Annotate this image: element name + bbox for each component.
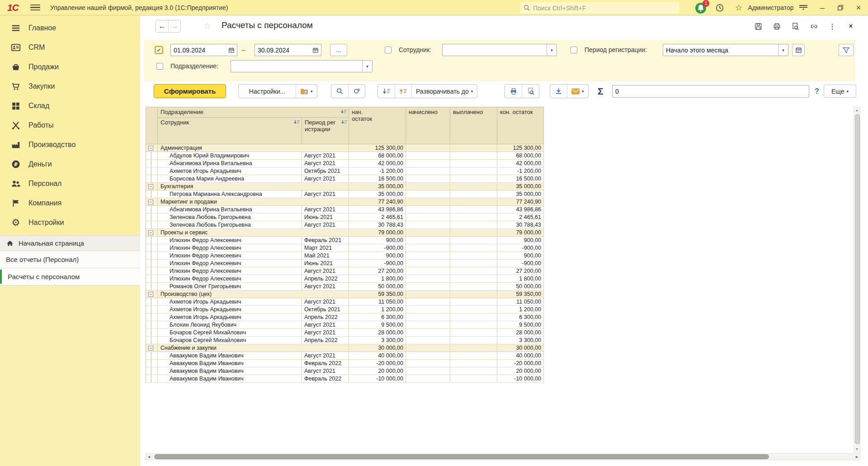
collapse-minus-icon[interactable]: − (148, 184, 153, 189)
group-accrued-cell[interactable] (406, 344, 450, 352)
accrued-cell[interactable] (406, 214, 450, 221)
employee-cell[interactable]: Зеленова Любовь Григорьевна (158, 221, 302, 229)
table-row[interactable]: Зеленова Любовь ГригорьевнаИюнь 20212 46… (146, 214, 544, 221)
reg-period-checkbox[interactable] (571, 47, 577, 53)
end-balance-cell[interactable]: 27 200,00 (497, 267, 544, 275)
save-result-button[interactable] (550, 85, 567, 98)
table-row[interactable]: Аввакумов Вадим ИвановичАвгуст 202140 00… (146, 352, 544, 360)
tree-line-cell[interactable] (146, 337, 158, 344)
group-accrued-cell[interactable] (406, 290, 450, 298)
table-row[interactable]: Илюхин Федор АлексеевичФевраль 2021900,0… (146, 237, 544, 244)
collapse-minus-icon[interactable]: − (148, 230, 153, 235)
main-menu-icon[interactable] (30, 5, 40, 10)
paid-cell[interactable] (450, 367, 497, 375)
paid-cell[interactable] (450, 152, 497, 160)
end-balance-cell[interactable]: 900,00 (497, 237, 544, 244)
paid-cell[interactable] (450, 283, 497, 290)
end-balance-cell[interactable]: 28 000,00 (497, 329, 544, 337)
sidebar-item-staff[interactable]: Персонал (0, 174, 140, 193)
group-paid-cell[interactable] (450, 290, 497, 298)
collapse-group-toggle[interactable]: − (146, 144, 158, 152)
global-search[interactable] (520, 2, 679, 14)
employee-cell[interactable]: Илюхин Федор Алексеевич (158, 260, 302, 267)
end-balance-cell[interactable]: -10 000,00 (497, 375, 544, 383)
group-name-cell[interactable]: Администрация (158, 144, 349, 152)
column-header-paid[interactable]: выплачено (450, 107, 497, 144)
vertical-scrollbar[interactable]: ▲ ▼ (854, 107, 860, 452)
service-menu-icon[interactable]: ▾ (798, 2, 808, 14)
table-row[interactable]: Илюхин Федор АлексеевичМай 2021900,00900… (146, 252, 544, 260)
sidebar-item-works[interactable]: Работы (0, 115, 140, 135)
end-balance-cell[interactable]: 9 500,00 (497, 321, 544, 329)
group-start-balance-cell[interactable]: 59 350,00 (349, 290, 406, 298)
start-balance-cell[interactable]: -20 000,00 (349, 360, 406, 367)
employee-cell[interactable]: Борисова Мария Андреевна (158, 175, 302, 183)
employee-cell[interactable]: Бочаров Сергей Михайлович (158, 329, 302, 337)
paid-cell[interactable] (450, 260, 497, 267)
expand-groups-button[interactable] (395, 85, 411, 98)
tree-line-cell[interactable] (146, 237, 158, 244)
reg-period-combobox[interactable]: Начало этого месяца ▾ (663, 44, 788, 56)
employee-cell[interactable]: Абнагимова Ирина Витальевна (158, 206, 302, 214)
print-icon[interactable] (772, 22, 781, 31)
group-paid-cell[interactable] (450, 229, 497, 237)
sidebar-item-main[interactable]: Главное (0, 18, 140, 38)
group-accrued-cell[interactable] (406, 183, 450, 190)
group-row[interactable]: −Бухгалтерия35 000,0035 000,00 (146, 183, 544, 190)
settings-button[interactable]: Настройки... (239, 85, 296, 98)
reg-period-cell[interactable]: Август 2021 (302, 160, 349, 167)
table-row[interactable]: Абнагимова Ирина ВитальевнаАвгуст 202143… (146, 206, 544, 214)
tree-line-cell[interactable] (146, 352, 158, 360)
reg-period-cell[interactable]: Апрель 2022 (302, 314, 349, 321)
favorites-star-icon[interactable]: ☆ (733, 2, 744, 14)
send-by-email-button[interactable]: ▾ (567, 85, 588, 98)
group-accrued-cell[interactable] (406, 144, 450, 152)
group-name-cell[interactable]: Маркетинг и продажи (158, 198, 349, 206)
tree-line-cell[interactable] (146, 367, 158, 375)
group-row[interactable]: −Администрация125 300,00125 300,00 (146, 144, 544, 152)
employee-cell[interactable]: Абнагимова Ирина Витальевна (158, 160, 302, 167)
sidebar-item-sales[interactable]: Продажи (0, 57, 140, 76)
start-balance-cell[interactable]: 42 000,00 (349, 160, 406, 167)
help-button[interactable]: ? (815, 84, 819, 98)
paid-cell[interactable] (450, 244, 497, 252)
horizontal-scrollbar[interactable]: ◀ ▶ (146, 453, 860, 460)
column-header-end-balance[interactable]: кон. остаток (497, 107, 544, 144)
start-balance-cell[interactable]: 40 000,00 (349, 352, 406, 360)
end-balance-cell[interactable]: 3 300,00 (497, 337, 544, 344)
table-row[interactable]: Борисова Мария АндреевнаАвгуст 202116 50… (146, 175, 544, 183)
paid-cell[interactable] (450, 360, 497, 367)
tree-line-cell[interactable] (146, 244, 158, 252)
chevron-down-icon[interactable]: ▾ (547, 44, 557, 56)
link-icon[interactable] (809, 22, 818, 31)
reg-period-cell[interactable]: Август 2021 (302, 367, 349, 375)
column-header-department[interactable]: Подразделение (158, 107, 349, 118)
reg-period-cell[interactable]: Апрель 2022 (302, 275, 349, 283)
save-icon[interactable] (754, 22, 763, 31)
paid-cell[interactable] (450, 298, 497, 306)
tree-line-cell[interactable] (146, 214, 158, 221)
reg-period-cell[interactable]: Август 2021 (302, 283, 349, 290)
group-start-balance-cell[interactable]: 30 000,00 (349, 344, 406, 352)
minimize-button[interactable]: – (817, 2, 827, 14)
table-row[interactable]: Илюхин Федор АлексеевичИюнь 2021-900,00-… (146, 260, 544, 267)
tree-line-cell[interactable] (146, 260, 158, 267)
close-window-button[interactable]: × (854, 2, 863, 14)
print-button[interactable] (505, 85, 522, 98)
reg-period-cell[interactable]: Июнь 2021 (302, 214, 349, 221)
group-paid-cell[interactable] (450, 144, 497, 152)
group-row[interactable]: −Маркетинг и продажи77 240,9077 240,90 (146, 198, 544, 206)
end-balance-cell[interactable]: 6 300,00 (497, 314, 544, 321)
reg-period-cell[interactable]: Август 2021 (302, 152, 349, 160)
start-balance-cell[interactable]: 20 000,00 (349, 367, 406, 375)
table-row[interactable]: Аввакумов Вадим ИвановичФевраль 2022-10 … (146, 375, 544, 383)
accrued-cell[interactable] (406, 375, 450, 383)
accrued-cell[interactable] (406, 252, 450, 260)
employee-cell[interactable]: Ахметов Игорь Аркадьевич (158, 314, 302, 321)
autosum-value-input[interactable] (612, 85, 809, 98)
employee-cell[interactable]: Илюхин Федор Алексеевич (158, 237, 302, 244)
group-name-cell[interactable]: Бухгалтерия (158, 183, 349, 190)
tree-line-cell[interactable] (146, 167, 158, 175)
group-start-balance-cell[interactable]: 125 300,00 (349, 144, 406, 152)
tree-line-cell[interactable] (146, 190, 158, 198)
